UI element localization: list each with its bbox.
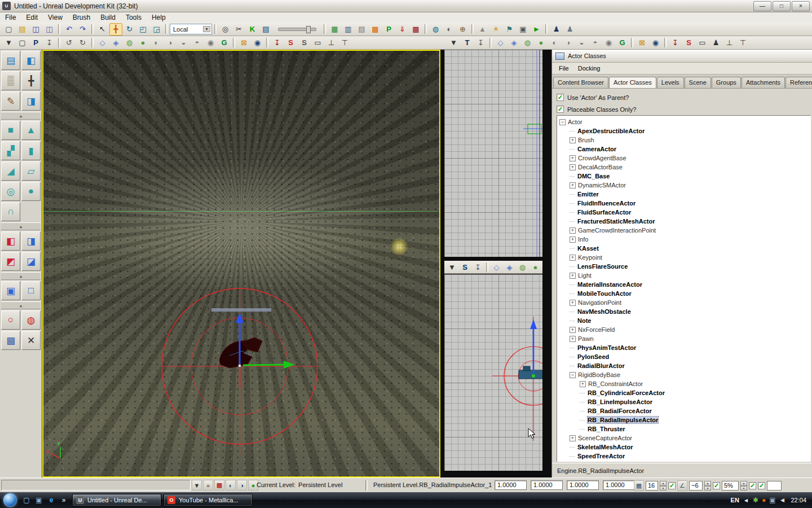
wireframe-mode-button-3[interactable]: ◇	[490, 261, 503, 273]
chevron-down-icon[interactable]: ▼	[203, 26, 210, 32]
tree-item-rb-lineimpulseactor[interactable]: RB_LineImpulseActor	[557, 397, 810, 406]
tree-item-rb-radialimpulseactor[interactable]: RB_RadialImpulseActor	[557, 415, 810, 424]
toolbox-section-divider[interactable]: ▲	[1, 222, 41, 230]
tree-item-fluidinfluenceactor[interactable]: FluidInfluenceActor	[557, 199, 810, 208]
task-youtube-metallica-[interactable]: OYouTube - Metallica...	[164, 494, 253, 506]
expand-icon[interactable]: +	[570, 164, 576, 170]
pin-viewport-button[interactable]: ↧	[43, 37, 56, 49]
selected-mesh-side[interactable]	[519, 370, 542, 379]
actor-classes-button[interactable]: ▥	[342, 23, 355, 36]
tree-item-mobiletouchactor[interactable]: MobileTouchActor	[557, 289, 810, 298]
task-untitled-unreal-de-[interactable]: UUntitled - Unreal De...	[72, 494, 161, 506]
use-actor-as-parent-checkbox[interactable]: ✓ Use 'Actor' As Parent?	[557, 94, 807, 101]
game-view-button[interactable]: G	[218, 37, 231, 49]
tree-item-fluidsurfaceactor[interactable]: FluidSurfaceActor	[557, 208, 810, 217]
expand-icon[interactable]: +	[570, 336, 576, 342]
scale-mode-button[interactable]: ◰	[136, 23, 149, 36]
autosave-indicator-icon[interactable]: ▩	[214, 480, 224, 491]
detail-lighting-button-3[interactable]: ◐	[542, 261, 542, 273]
drag-grid-toggle[interactable]: ✓	[668, 482, 676, 489]
shader-complexity-button-2[interactable]: ◉	[602, 37, 615, 49]
tree-item-apexdestructibleactor[interactable]: ApexDestructibleActor	[557, 126, 810, 135]
top-viewport[interactable]	[444, 50, 542, 257]
tree-item-materialinstanceactor[interactable]: MaterialInstanceActor	[557, 280, 810, 289]
rotation-grid-icon[interactable]: ∠	[677, 480, 687, 491]
cook-button[interactable]: ▩	[409, 23, 422, 36]
language-indicator[interactable]: EN	[731, 497, 739, 503]
lit-mode-button-2[interactable]: ●	[535, 37, 548, 49]
build-paths-button[interactable]: ⚑	[503, 23, 516, 36]
redo-button[interactable]: ↷	[76, 23, 89, 36]
tree-item-gamecrowdinteractionpoint[interactable]: +GameCrowdInteractionPoint	[557, 226, 810, 235]
toolbox-section-divider[interactable]: ▲	[1, 112, 41, 120]
drag-grid-z-field[interactable]: 1.0000	[567, 480, 599, 490]
csg-deintersect-button[interactable]: ◪	[21, 252, 41, 271]
expand-icon[interactable]: +	[570, 327, 576, 333]
tab-scene[interactable]: Scene	[685, 77, 711, 88]
menu-file[interactable]: File	[0, 13, 21, 22]
gizmo-y-axis[interactable]	[243, 365, 286, 365]
wireframe-mode-button-2[interactable]: ◇	[494, 37, 507, 49]
tree-item-emitter[interactable]: Emitter	[557, 190, 810, 199]
drag-grid-y-field[interactable]: 1.0000	[531, 480, 563, 490]
matinee-button[interactable]: ▩	[369, 23, 382, 36]
save-map-button[interactable]: ◫	[29, 23, 42, 36]
light-complexity-button-2[interactable]: ◒	[575, 37, 588, 49]
start-button[interactable]	[3, 493, 17, 507]
show-desktop-icon[interactable]: ▢	[21, 495, 32, 505]
nonuniform-scale-mode-button[interactable]: ◲	[150, 23, 163, 36]
curved-sheet-brush-tool[interactable]: ∩	[1, 202, 20, 221]
tree-item-light[interactable]: +Light	[557, 271, 810, 280]
tree-item-info[interactable]: +Info	[557, 235, 810, 244]
show-flags-button-2[interactable]: ◉	[649, 37, 662, 49]
add-volume-button[interactable]: □	[21, 281, 41, 300]
content-browser-tool[interactable]: ▤	[1, 51, 20, 70]
kismet-button[interactable]: K	[246, 23, 259, 36]
tree-item-pawn[interactable]: +Pawn	[557, 334, 810, 343]
tree-item-fracturedstaticmeshactor[interactable]: FracturedStaticMeshActor	[557, 217, 810, 226]
tree-item-rb-constraintactor[interactable]: +RB_ConstraintActor	[557, 379, 810, 388]
tree-item-decalactorbase[interactable]: +DecalActorBase	[557, 163, 810, 172]
menu-view[interactable]: View	[43, 13, 68, 22]
texture-density-button[interactable]: ◓	[191, 37, 204, 49]
expand-icon[interactable]: +	[570, 273, 576, 279]
level-browser-button[interactable]: ▤	[355, 23, 368, 36]
drag-grid-size[interactable]: 16	[646, 481, 658, 491]
status-message-field[interactable]	[1, 480, 191, 491]
cylinder-brush-tool[interactable]: ▮	[21, 141, 41, 160]
menu-edit[interactable]: Edit	[21, 13, 43, 22]
sphere-brush-tool[interactable]: ●	[21, 182, 41, 201]
camera-speed-fast-icon[interactable]: ◑	[237, 480, 247, 491]
lock-viewport-button[interactable]: ⊠	[237, 37, 250, 49]
camera-pin-button[interactable]: ↧	[271, 37, 284, 49]
sound-toggle-button[interactable]: S	[284, 37, 297, 49]
checkbox-check-icon[interactable]: ✓	[557, 94, 564, 101]
game-view-button-2[interactable]: G	[616, 37, 629, 49]
geometry-edit-tool[interactable]: ✎	[1, 91, 20, 111]
slider-knob[interactable]	[306, 26, 311, 33]
camera-speed-slider[interactable]	[278, 28, 316, 31]
brush-wireframe-mode-button-2[interactable]: ◈	[508, 37, 520, 49]
build-all-button[interactable]: ▣	[517, 23, 529, 36]
perspective-viewport[interactable]: Y X	[42, 50, 440, 478]
minimize-button[interactable]: —	[753, 1, 771, 11]
viewport-options-dropdown-3[interactable]: ▼	[445, 261, 458, 273]
tree-item-kasset[interactable]: KAsset	[557, 244, 810, 253]
csg-intersect-button[interactable]: ◩	[1, 252, 20, 271]
camera-speed-slow-icon[interactable]: ◐	[226, 480, 236, 491]
csg-subtract-button[interactable]: ◨	[21, 231, 41, 251]
expand-icon[interactable]: +	[570, 435, 576, 441]
build-lighting-button[interactable]: ☀	[489, 23, 502, 36]
geometry-mode-tool[interactable]: ◧	[21, 51, 41, 70]
tree-item-actor[interactable]: −Actor	[557, 117, 810, 126]
lit-mode-button[interactable]: ●	[136, 37, 149, 49]
expand-icon[interactable]: +	[570, 300, 576, 306]
tree-item-keypoint[interactable]: +Keypoint	[557, 253, 810, 262]
panel-caption[interactable]: Actor Classes	[552, 50, 812, 63]
rotation-grid-spinner[interactable]: ▲▼	[704, 481, 711, 491]
tree-item-rigidbodybase[interactable]: −RigidBodyBase	[557, 370, 810, 379]
tree-item-radialbluractor[interactable]: RadialBlurActor	[557, 361, 810, 370]
translate-mode-button[interactable]: ╋	[109, 23, 122, 36]
close-button[interactable]: ×	[792, 1, 810, 11]
build-geometry-button[interactable]: ▲	[476, 23, 489, 36]
